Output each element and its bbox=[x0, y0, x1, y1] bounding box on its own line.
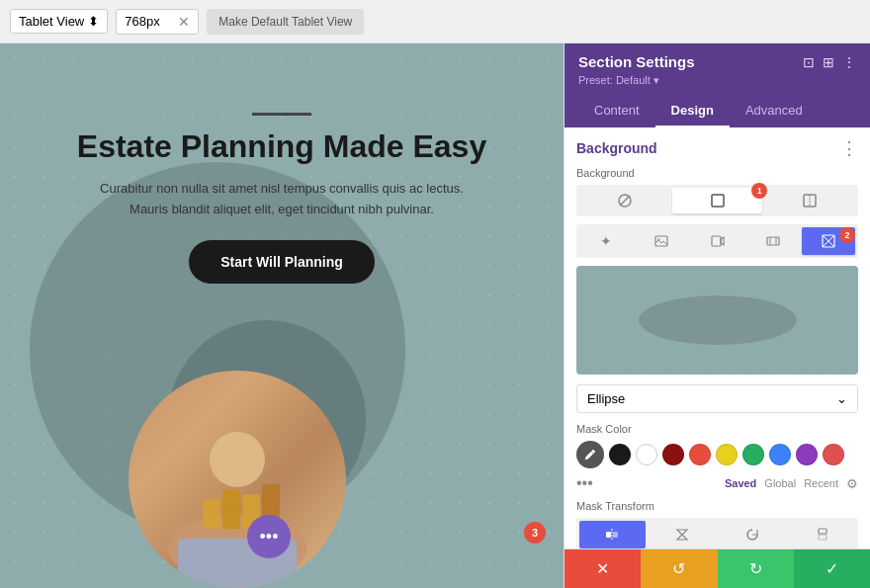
tab-design[interactable]: Design bbox=[655, 95, 730, 127]
color-tab-links: Saved Global Recent ⚙ bbox=[725, 476, 858, 491]
bg-type-row-1: 1 bbox=[576, 185, 858, 216]
bg-type-none-button[interactable] bbox=[579, 188, 670, 213]
bg-type-slideshow-button[interactable] bbox=[746, 227, 800, 255]
mask-transform-label: Mask Transform bbox=[576, 500, 858, 512]
color-swatch-red[interactable] bbox=[689, 444, 711, 465]
canvas-cta-button[interactable]: Start Will Planning bbox=[189, 240, 375, 284]
color-tab-recent[interactable]: Recent bbox=[804, 477, 838, 489]
columns-icon[interactable]: ⊞ bbox=[823, 54, 834, 70]
hourglass-icon bbox=[675, 528, 689, 542]
color-swatch-purple[interactable] bbox=[796, 444, 818, 465]
purple-dots-button[interactable]: ••• bbox=[247, 515, 291, 558]
color-settings-icon[interactable]: ⚙ bbox=[846, 476, 858, 491]
svg-rect-9 bbox=[712, 195, 724, 207]
mask-preview bbox=[576, 266, 858, 375]
canvas-title: Estate Planning Made Easy bbox=[40, 127, 524, 165]
bg-type-image-button[interactable] bbox=[635, 227, 688, 255]
color-swatch-yellow[interactable] bbox=[716, 444, 738, 465]
color-swatch-black[interactable] bbox=[609, 444, 631, 465]
color-swatch-green[interactable] bbox=[742, 444, 764, 465]
panel-header: Section Settings ⊡ ⊞ ⋮ Preset: Default ▾… bbox=[565, 43, 870, 127]
canvas-area: Estate Planning Made Easy Curabitur non … bbox=[0, 43, 564, 588]
bg-type-row-2: ✦ bbox=[576, 224, 858, 258]
flip-h-icon bbox=[605, 528, 619, 542]
eyedropper-icon bbox=[583, 448, 597, 462]
make-default-button[interactable]: Make Default Tablet View bbox=[207, 9, 364, 35]
svg-rect-23 bbox=[819, 529, 826, 534]
badge-three: 3 bbox=[524, 522, 546, 544]
color-swatch-white[interactable] bbox=[636, 444, 657, 465]
transform-buttons bbox=[576, 518, 858, 548]
video-icon bbox=[711, 234, 725, 248]
eyedropper-button[interactable] bbox=[576, 441, 604, 468]
canvas-subtitle: Curabitur non nulla sit amet nisl tempus… bbox=[94, 179, 470, 220]
footer-cancel-button[interactable]: ✕ bbox=[565, 549, 641, 588]
transform-rotate-button[interactable] bbox=[650, 521, 716, 548]
close-px-button[interactable]: ✕ bbox=[178, 14, 190, 30]
transform-flip-h-button[interactable] bbox=[579, 521, 646, 548]
redo-icon: ↻ bbox=[749, 559, 762, 578]
main-area: Estate Planning Made Easy Curabitur non … bbox=[0, 43, 870, 588]
panel-footer: ✕ ↺ ↻ ✓ bbox=[565, 548, 870, 588]
slideshow-icon bbox=[766, 234, 780, 248]
cancel-icon: ✕ bbox=[596, 559, 609, 578]
bg-btn-slideshow-wrapper bbox=[746, 227, 800, 255]
footer-refresh-button[interactable]: ↻ bbox=[718, 549, 794, 588]
svg-rect-1 bbox=[203, 499, 220, 529]
view-selector-label: Tablet View bbox=[19, 14, 84, 29]
none-icon bbox=[618, 194, 632, 208]
panel-preset[interactable]: Preset: Default ▾ bbox=[578, 74, 856, 87]
transform-reset-button[interactable] bbox=[720, 521, 786, 548]
bg-type-video-button[interactable] bbox=[690, 227, 743, 255]
section-more-icon[interactable]: ⋮ bbox=[840, 139, 858, 157]
svg-rect-2 bbox=[222, 489, 240, 529]
footer-check-button[interactable]: ✓ bbox=[794, 549, 870, 588]
mask-color-section: Mask Color bbox=[576, 423, 858, 492]
bg-btn-grad-wrapper bbox=[764, 188, 855, 213]
responsive-icon[interactable]: ⊡ bbox=[803, 54, 815, 70]
bg-type-color-button[interactable] bbox=[672, 188, 763, 213]
decorative-line bbox=[252, 113, 311, 116]
bg-btn-video-wrapper bbox=[690, 227, 743, 255]
footer-reset-button[interactable]: ↺ bbox=[641, 549, 717, 588]
panel-header-icons: ⊡ ⊞ ⋮ bbox=[803, 54, 856, 70]
preset-label[interactable]: Preset: Default ▾ bbox=[578, 74, 659, 86]
mask-icon bbox=[822, 234, 835, 248]
more-icon[interactable]: ⋮ bbox=[842, 54, 856, 70]
px-input[interactable] bbox=[125, 14, 174, 29]
top-bar: Tablet View ⬍ ✕ Make Default Tablet View bbox=[0, 0, 870, 43]
flip-v-icon bbox=[816, 528, 829, 542]
color-swatch-darkred[interactable] bbox=[662, 444, 684, 465]
color-tabs-row: ••• Saved Global Recent ⚙ bbox=[576, 474, 858, 492]
color-swatch-blue[interactable] bbox=[769, 444, 791, 465]
undo-icon: ↺ bbox=[672, 559, 685, 578]
svg-rect-21 bbox=[613, 532, 618, 538]
svg-rect-20 bbox=[606, 532, 611, 538]
color-swatches bbox=[576, 441, 858, 468]
hands-illustration bbox=[148, 430, 326, 588]
tab-content[interactable]: Content bbox=[578, 95, 655, 127]
gradient-icon bbox=[803, 194, 817, 208]
panel-title: Section Settings bbox=[578, 53, 695, 70]
svg-rect-15 bbox=[767, 237, 779, 245]
bg-type-pattern-button[interactable]: ✦ bbox=[579, 227, 633, 255]
tab-advanced[interactable]: Advanced bbox=[730, 95, 819, 127]
bg-btn-color-wrapper: 1 bbox=[672, 188, 763, 213]
image-icon bbox=[654, 234, 668, 248]
bg-type-gradient-button[interactable] bbox=[764, 188, 855, 213]
more-colors-button[interactable]: ••• bbox=[576, 474, 593, 492]
color-swatch-pinkred[interactable] bbox=[823, 444, 844, 465]
canvas-photo bbox=[129, 371, 346, 588]
background-field-label: Background bbox=[576, 167, 858, 179]
color-tab-global[interactable]: Global bbox=[764, 477, 796, 489]
badge-two: 2 bbox=[839, 227, 855, 243]
view-selector[interactable]: Tablet View ⬍ bbox=[10, 9, 108, 34]
transform-flip-v-button[interactable] bbox=[789, 521, 855, 548]
background-section-header: Background ⋮ bbox=[576, 139, 858, 157]
shape-dropdown[interactable]: Ellipse ⌄ bbox=[576, 384, 858, 413]
svg-line-8 bbox=[620, 196, 630, 206]
mask-color-label: Mask Color bbox=[576, 423, 858, 435]
color-tab-saved[interactable]: Saved bbox=[725, 477, 756, 489]
reset-icon bbox=[745, 528, 759, 542]
bg-btn-none-wrapper bbox=[579, 188, 670, 213]
